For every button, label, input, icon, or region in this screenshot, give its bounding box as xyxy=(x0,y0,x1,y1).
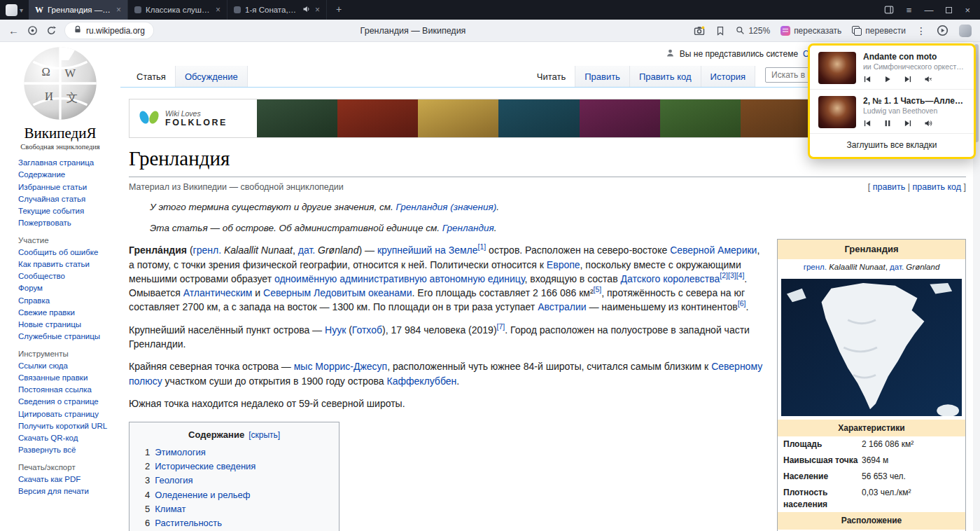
lock-icon xyxy=(74,25,82,36)
audio-track-1: Andante con moto ии Симфонического оркес… xyxy=(810,46,974,89)
infobox-section-location: Расположение xyxy=(778,512,965,530)
bookmark-icon[interactable] xyxy=(715,26,725,36)
toc-item[interactable]: 1Этимология xyxy=(145,446,323,460)
svg-text:Ω: Ω xyxy=(42,65,50,78)
assistant-icon[interactable] xyxy=(27,25,38,36)
tab-history[interactable]: История xyxy=(701,66,755,87)
toc-item[interactable]: 6Растительность xyxy=(145,516,323,530)
infobox-native-names: гренл. Kalaallit Nunaat, дат. Grønland xyxy=(778,259,965,275)
toc-item-number: 6 xyxy=(145,518,150,528)
translate-button[interactable]: перевести xyxy=(852,26,906,36)
next-track-icon[interactable] xyxy=(904,119,912,127)
tab-audio-icon[interactable] xyxy=(302,5,311,15)
track-thumbnail xyxy=(818,96,856,128)
sidebar-link[interactable]: Содержание xyxy=(18,169,116,181)
back-icon[interactable]: ← xyxy=(8,25,19,36)
retell-icon xyxy=(780,26,790,36)
wikipedia-logo[interactable]: Ω W И 文 ВикипедиЯ Свободная энциклопедия xyxy=(0,45,120,151)
tab-edit[interactable]: Править xyxy=(575,66,630,87)
tab-close-icon[interactable]: × xyxy=(216,5,220,15)
toc-item-label: Оледенение и рельеф xyxy=(155,490,250,500)
sidebar-link[interactable]: Справка xyxy=(18,295,116,307)
pause-icon[interactable] xyxy=(883,119,892,127)
infobox-greenland: Гренландия гренл. Kalaallit Nunaat, дат.… xyxy=(777,239,966,531)
sidebar-link[interactable]: Текущие события xyxy=(18,205,116,217)
minimize-button[interactable]: — xyxy=(924,5,933,15)
sidebar-link[interactable]: Цитировать страницу xyxy=(18,408,116,420)
tab-close-icon[interactable]: × xyxy=(315,5,320,15)
sidebar-link[interactable]: Новые страницы xyxy=(18,319,116,331)
profile-avatar[interactable] xyxy=(959,25,972,37)
sidebar-link[interactable]: Пожертвовать xyxy=(18,217,116,229)
toc-item[interactable]: 4Оледенение и рельеф xyxy=(145,488,323,502)
sidebar-link[interactable]: Скачать QR-код xyxy=(18,432,116,444)
sidebar-link[interactable]: Заглавная страница xyxy=(18,157,116,169)
close-window-button[interactable]: × xyxy=(965,5,970,15)
sidebar-link[interactable]: Свежие правки xyxy=(18,307,116,319)
zoom-control[interactable]: 125% xyxy=(736,26,770,36)
previous-track-icon[interactable] xyxy=(863,75,872,83)
sidebar-link[interactable]: Избранные статьи xyxy=(18,181,116,193)
next-track-icon[interactable] xyxy=(904,75,912,83)
mute-all-tabs-button[interactable]: Заглушить все вкладки xyxy=(810,133,974,157)
tab-classical-music[interactable]: Классика слушать онлай × xyxy=(128,0,227,20)
sidebar-link[interactable]: Сообщество xyxy=(18,270,116,282)
greenland-satellite-map[interactable] xyxy=(781,279,962,416)
sidebar-link[interactable]: Случайная статья xyxy=(18,193,116,205)
menu-icon[interactable]: ≡ xyxy=(906,5,912,15)
sidebar-link[interactable]: Форум xyxy=(18,282,116,294)
banner-brand-line2: FOLKLORE xyxy=(165,118,227,127)
sidebar-link[interactable]: Скачать как PDF xyxy=(18,474,116,485)
reload-icon[interactable] xyxy=(46,25,57,36)
sidebar-links: Ссылки сюдаСвязанные правкиПостоянная сс… xyxy=(18,360,116,457)
retell-button[interactable]: пересказать xyxy=(780,26,841,36)
tab-greenland[interactable]: W Гренландия — Вики × xyxy=(29,0,128,20)
tab-close-icon[interactable]: × xyxy=(116,5,121,15)
tab-sonata-audio[interactable]: 1-я Соната, Фа Мин × xyxy=(227,0,327,20)
sidebar-link[interactable]: Связанные правки xyxy=(18,372,116,384)
sidebar-link[interactable]: Сообщить об ошибке xyxy=(18,247,116,258)
sidebar-link[interactable]: Сведения о странице xyxy=(18,396,116,408)
media-playing-icon[interactable] xyxy=(937,25,948,36)
toc-title: Содержание xyxy=(188,429,244,440)
toc-item-label: Исторические сведения xyxy=(155,461,255,471)
track-subtitle: Ludwig van Beethoven xyxy=(863,106,965,115)
sidebar-link[interactable]: Как править статьи xyxy=(18,258,116,270)
browser-logo-icon[interactable] xyxy=(6,4,18,16)
retell-label: пересказать xyxy=(794,26,841,36)
hatnote: У этого термина существуют и другие знач… xyxy=(150,200,966,214)
sidebar-link[interactable]: Развернуть всё xyxy=(18,444,116,456)
tab-read[interactable]: Читать xyxy=(528,66,575,87)
toc-hide-link[interactable]: [скрыть] xyxy=(248,430,280,440)
toc-item-label: Этимология xyxy=(155,447,205,457)
tab-discussion[interactable]: Обсуждение xyxy=(176,66,248,87)
edit-links[interactable]: [ править | править код ] xyxy=(868,181,966,193)
toc-item[interactable]: 3Геология xyxy=(145,474,323,488)
new-tab-button[interactable]: + xyxy=(332,4,345,16)
infobox-row-value: 0,03 чел./км² xyxy=(862,487,960,511)
sidebar-link[interactable]: Версия для печати xyxy=(18,485,116,497)
tab-edit-source[interactable]: Править код xyxy=(630,66,701,87)
sidebar-link[interactable]: Постоянная ссылка xyxy=(18,384,116,396)
sidebar-group-tools: Инструменты Ссылки сюдаСвязанные правкиП… xyxy=(0,343,120,457)
tab-article[interactable]: Статья xyxy=(127,66,176,87)
sidebar-link[interactable]: Получить короткий URL xyxy=(18,420,116,432)
banner-brand-line1: Wiki Loves xyxy=(165,109,227,118)
toc-item[interactable]: 5Климат xyxy=(145,502,323,516)
wikipedia-favicon-icon: W xyxy=(35,5,43,15)
maximize-button[interactable] xyxy=(946,7,952,13)
toc-item[interactable]: 2Исторические сведения xyxy=(145,460,323,474)
url-box[interactable]: ru.wikipedia.org xyxy=(65,22,153,39)
screenshot-icon[interactable] xyxy=(694,25,705,36)
svg-text:文: 文 xyxy=(66,91,78,104)
side-panel-icon[interactable] xyxy=(884,5,894,15)
previous-track-icon[interactable] xyxy=(863,119,872,127)
muted-speaker-icon[interactable] xyxy=(924,75,932,83)
chevron-down-icon[interactable]: ▾ xyxy=(20,6,23,14)
sidebar-link[interactable]: Ссылки сюда xyxy=(18,360,116,372)
sidebar-group-participation: Участие Сообщить об ошибкеКак править ст… xyxy=(0,230,120,343)
sidebar-link[interactable]: Служебные страницы xyxy=(18,331,116,343)
kebab-menu-icon[interactable]: ⋮ xyxy=(916,25,926,36)
speaker-icon[interactable] xyxy=(924,119,932,127)
play-icon[interactable] xyxy=(883,75,892,83)
